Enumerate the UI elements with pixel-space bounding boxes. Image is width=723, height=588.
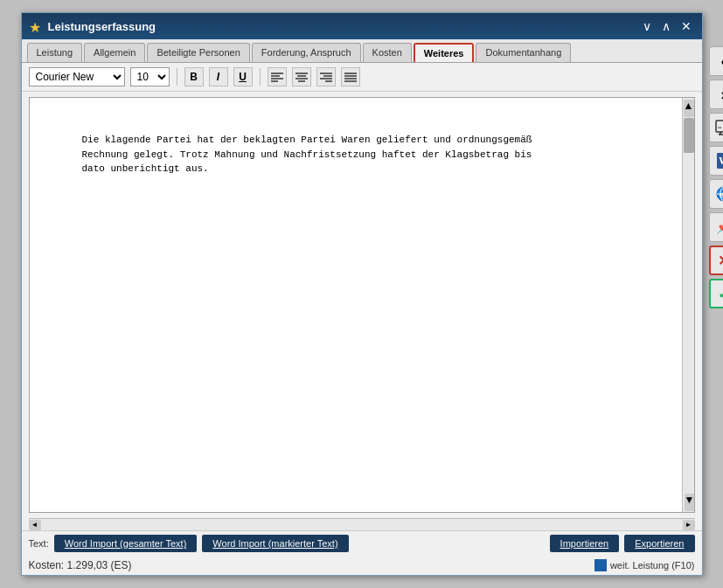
main-window: ★ Leistungserfassung ∨ ∧ ✕ Leistung Allg… bbox=[21, 12, 703, 576]
format-toolbar: Courier New 10 B I U bbox=[22, 63, 702, 92]
tab-allgemein[interactable]: Allgemein bbox=[84, 43, 145, 62]
text-label: Text: bbox=[29, 538, 49, 549]
ie-icon-button[interactable]: e bbox=[709, 179, 724, 209]
weit-leistung-label: weit. Leistung (F10) bbox=[610, 560, 695, 571]
screen-icon-button[interactable]: ↔ bbox=[709, 113, 724, 142]
tab-leistung[interactable]: Leistung bbox=[27, 43, 83, 62]
kosten-value: Kosten: 1.299,03 (ES) bbox=[29, 559, 132, 571]
editor-content[interactable]: Die klagende Partei hat der beklagten Pa… bbox=[30, 98, 694, 512]
importieren-button[interactable]: Importieren bbox=[550, 535, 620, 552]
cancel-button[interactable]: ✕ bbox=[709, 246, 724, 275]
toolbar-separator-1 bbox=[177, 68, 177, 86]
window-title: Leistungserfassung bbox=[48, 20, 639, 33]
bottom-action-bar: Text: Word Import (gesamter Text) Word I… bbox=[22, 530, 702, 556]
svg-text:W: W bbox=[719, 155, 724, 167]
right-sidebar: ‹ › ↔ W e 📌 ✕ ✓ bbox=[706, 39, 724, 308]
scroll-left-arrow[interactable]: ◄ bbox=[29, 520, 41, 530]
align-left-button[interactable] bbox=[268, 67, 287, 86]
tab-weiteres[interactable]: Weiteres bbox=[414, 43, 475, 62]
minimize-button[interactable]: ∨ bbox=[639, 18, 655, 34]
back-button[interactable]: ‹ bbox=[709, 46, 724, 76]
app-icon: ★ bbox=[29, 19, 43, 33]
confirm-button[interactable]: ✓ bbox=[709, 279, 724, 308]
exportieren-button[interactable]: Exportieren bbox=[624, 535, 694, 552]
scroll-down-arrow[interactable]: ▼ bbox=[685, 494, 695, 511]
underline-button[interactable]: U bbox=[233, 67, 253, 86]
justify-button[interactable] bbox=[341, 67, 360, 86]
svg-text:e: e bbox=[720, 190, 724, 199]
align-right-button[interactable] bbox=[316, 67, 336, 86]
svg-text:↔: ↔ bbox=[718, 124, 721, 131]
title-bar: ★ Leistungserfassung ∨ ∧ ✕ bbox=[22, 13, 702, 39]
scrollbar-vertical[interactable]: ▲ ▼ bbox=[682, 98, 694, 512]
scroll-thumb[interactable] bbox=[684, 118, 694, 153]
status-bar: Kosten: 1.299,03 (ES) weit. Leistung (F1… bbox=[22, 556, 702, 575]
scroll-up-arrow[interactable]: ▲ bbox=[684, 100, 694, 117]
weit-leistung-checkbox[interactable] bbox=[594, 559, 607, 571]
window-controls: ∨ ∧ ✕ bbox=[639, 18, 695, 34]
align-center-button[interactable] bbox=[292, 67, 311, 86]
tab-forderung-anspruch[interactable]: Forderung, Anspruch bbox=[252, 43, 361, 62]
forward-button[interactable]: › bbox=[709, 80, 724, 109]
word-icon-button[interactable]: W bbox=[709, 146, 724, 176]
italic-button[interactable]: I bbox=[209, 67, 228, 86]
toolbar-separator-2 bbox=[260, 68, 261, 86]
weit-leistung-container[interactable]: weit. Leistung (F10) bbox=[594, 559, 695, 571]
text-editor-area[interactable]: Die klagende Partei hat der beklagten Pa… bbox=[29, 97, 695, 513]
close-button[interactable]: ✕ bbox=[678, 18, 695, 34]
pin-button[interactable]: 📌 bbox=[709, 212, 724, 242]
restore-button[interactable]: ∧ bbox=[658, 18, 674, 34]
font-size-select[interactable]: 10 bbox=[130, 67, 170, 86]
font-family-select[interactable]: Courier New bbox=[29, 67, 125, 86]
bold-button[interactable]: B bbox=[184, 67, 204, 86]
tab-bar: Leistung Allgemein Beteiligte Personen F… bbox=[22, 39, 702, 63]
word-import-marked-button[interactable]: Word Import (markierter Text) bbox=[202, 535, 348, 552]
scrollbar-horizontal[interactable]: ◄ ► bbox=[29, 518, 695, 530]
tab-kosten[interactable]: Kosten bbox=[363, 43, 412, 62]
scroll-right-arrow[interactable]: ► bbox=[683, 520, 695, 530]
word-import-all-button[interactable]: Word Import (gesamter Text) bbox=[54, 535, 198, 552]
tab-dokumentanhang[interactable]: Dokumentanhang bbox=[476, 43, 571, 62]
tab-beteiligte-personen[interactable]: Beteiligte Personen bbox=[147, 43, 249, 62]
